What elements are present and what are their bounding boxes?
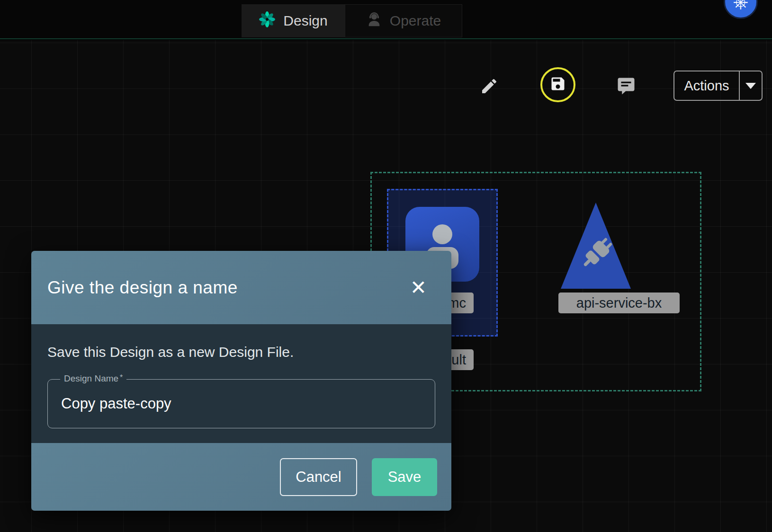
actions-caret-area[interactable] xyxy=(740,71,762,100)
save-design-modal: Give the design a name ✕ Save this Desig… xyxy=(31,251,451,511)
required-asterisk: * xyxy=(118,373,123,381)
design-name-label-text: Design Name xyxy=(64,373,118,383)
save-button[interactable]: Save xyxy=(372,458,437,496)
triangle-shape xyxy=(559,201,633,291)
cancel-button[interactable]: Cancel xyxy=(280,458,357,496)
edit-design-button[interactable] xyxy=(479,77,499,97)
modal-body: Save this Design as a new Design File. D… xyxy=(31,324,451,443)
save-design-button-highlighted[interactable] xyxy=(540,67,575,102)
kubernetes-helm-icon: ⎈ xyxy=(733,0,748,13)
tab-design[interactable]: Design xyxy=(242,4,345,37)
modal-footer: Cancel Save xyxy=(31,443,451,511)
api-service-node[interactable] xyxy=(559,201,633,291)
meshery-logo-icon xyxy=(259,11,276,31)
modal-description: Save this Design as a new Design File. xyxy=(47,344,435,360)
modal-header: Give the design a name ✕ xyxy=(31,251,451,324)
api-node-label: api-service-bx xyxy=(558,293,680,313)
comment-icon xyxy=(616,76,637,98)
operator-person-icon xyxy=(366,11,382,31)
tab-operate[interactable]: Operate xyxy=(345,4,462,37)
design-name-field-label: Design Name* xyxy=(60,373,126,384)
tab-design-label: Design xyxy=(283,13,327,29)
chevron-down-icon xyxy=(745,83,756,89)
top-nav-bar: Design Operate xyxy=(0,0,772,39)
pencil-icon xyxy=(480,77,499,98)
design-name-input[interactable] xyxy=(48,380,435,428)
save-floppy-icon xyxy=(549,75,566,94)
modal-title: Give the design a name xyxy=(47,278,238,298)
actions-button-label: Actions xyxy=(674,71,739,100)
comments-button[interactable] xyxy=(615,77,637,98)
tab-operate-label: Operate xyxy=(390,13,441,29)
actions-dropdown-button[interactable]: Actions xyxy=(673,71,763,101)
design-name-field: Design Name* xyxy=(47,379,435,428)
mode-tabs: Design Operate xyxy=(242,4,462,37)
close-icon[interactable]: ✕ xyxy=(410,278,427,298)
